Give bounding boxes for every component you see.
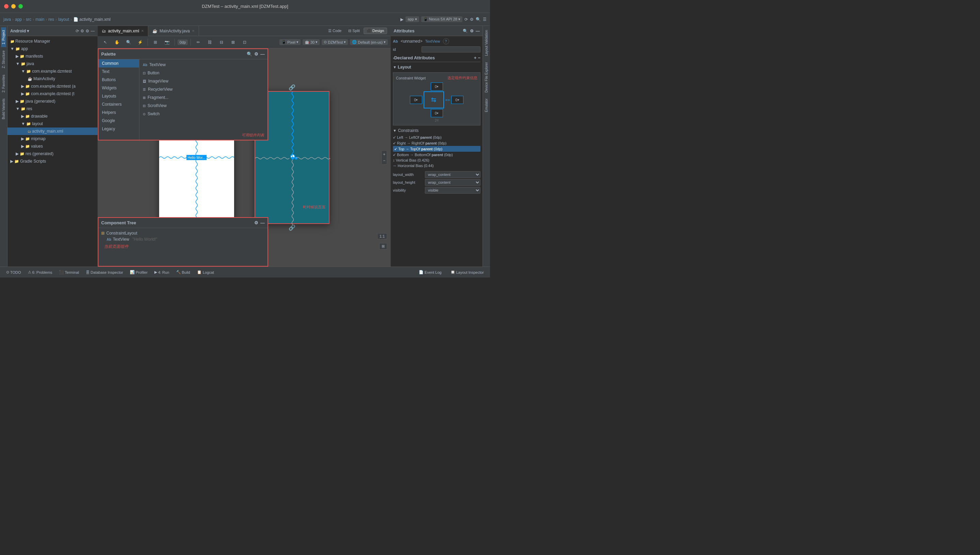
sync-icon[interactable]: ⟳ xyxy=(464,17,468,22)
left-tab-favorites[interactable]: 2: Favorites xyxy=(1,72,6,95)
guide-tool[interactable]: ⊡ xyxy=(240,37,249,47)
tree-res-gen[interactable]: ▶ 📁 res (generated) xyxy=(8,150,98,157)
tool-build[interactable]: 🔨 Build xyxy=(173,269,193,275)
ct-textview[interactable]: Ab TextView "Hello World!" xyxy=(107,236,265,242)
tree-drawable[interactable]: ▶ 📁 drawable xyxy=(8,112,98,120)
locale-selector[interactable]: 🌐 Default (en-us) ▾ xyxy=(350,39,388,45)
constraint-top[interactable]: ↙ Top → TopOf parent (0dp) xyxy=(393,146,480,152)
palette-cat-legacy[interactable]: Legacy xyxy=(99,125,139,133)
select-tool[interactable]: ↖ xyxy=(101,37,110,47)
right-tab-device-file[interactable]: Device File Explorer xyxy=(484,59,489,95)
app-display[interactable]: ⊙ DZMTest ▾ xyxy=(322,39,348,45)
visibility-select[interactable]: visible invisible gone xyxy=(425,187,480,194)
tool-run[interactable]: ▶ 4: Run xyxy=(152,269,172,275)
breadcrumb-src[interactable]: src xyxy=(26,17,31,22)
tool-problems[interactable]: ⚠ 6: Problems xyxy=(25,269,55,275)
tab-mainactivity[interactable]: ☕ MainActivity.java ✕ xyxy=(148,26,199,36)
tool-profiler[interactable]: 📊 Profiler xyxy=(127,269,150,275)
cw-left-dropdown-icon[interactable]: ▾ xyxy=(416,98,418,102)
palette-cat-layouts[interactable]: Layouts xyxy=(99,92,139,100)
layout-width-select[interactable]: wrap_content match_parent match_constrai… xyxy=(425,171,480,178)
add-attr-icon[interactable]: + xyxy=(474,55,477,60)
palette-cat-widgets[interactable]: Widgets xyxy=(99,84,139,92)
device-display[interactable]: 📱 Pixel ▾ xyxy=(280,39,301,45)
zoom-tool[interactable]: 🔍 xyxy=(124,37,133,47)
split-view-btn[interactable]: ⊟ Split xyxy=(345,27,363,34)
search-icon[interactable]: 🔍 xyxy=(476,17,481,22)
tree-gradle[interactable]: ▶ 📁 Gradle Scripts xyxy=(8,157,98,165)
right-tab-layout-validation[interactable]: Layout Validation xyxy=(484,27,489,59)
palette-button[interactable]: ⊡ Button xyxy=(139,69,267,77)
palette-settings-icon[interactable]: ⚙ xyxy=(254,51,258,56)
breadcrumb-java[interactable]: java xyxy=(3,17,11,22)
zoom-reset-button[interactable]: 1:1 xyxy=(377,233,387,239)
design-view-btn[interactable]: ⬛ Design xyxy=(364,27,387,34)
tab-activity-main[interactable]: 🗂 activity_main.xml ✕ xyxy=(98,26,148,36)
tab-close-icon[interactable]: ✕ xyxy=(141,29,144,33)
info-icon[interactable]: ? xyxy=(443,38,449,44)
tree-activity-main[interactable]: 🗂 activity_main.xml xyxy=(8,127,98,135)
api-selector[interactable]: 🤖 30 ▾ xyxy=(302,39,320,45)
constraint-right[interactable]: ↙ Right → RightOf parent (0dp) xyxy=(393,140,480,146)
sync-project-icon[interactable]: ⟳ xyxy=(76,29,79,34)
breadcrumb-layout[interactable]: layout xyxy=(58,17,69,22)
distribute-tool[interactable]: ⊠ xyxy=(228,37,238,47)
palette-textview[interactable]: Ab TextView xyxy=(139,61,267,69)
code-view-btn[interactable]: ☰ Code xyxy=(325,27,344,34)
attr-search-icon[interactable]: 🔍 xyxy=(463,29,468,34)
menu-icon[interactable]: ☰ xyxy=(483,17,487,22)
palette-fragment[interactable]: ⊞ Fragment... xyxy=(139,93,267,102)
tree-com-test[interactable]: ▶ 📁 com.example.dzmtest (t xyxy=(8,90,98,98)
device-selector[interactable]: 📱 Nexus 5X API 28 ▾ xyxy=(421,16,462,22)
app-selector[interactable]: app ▾ xyxy=(406,16,419,22)
tree-com-main[interactable]: ▼ 📁 com.example.dzmtest xyxy=(8,67,98,75)
tree-com-androidtest[interactable]: ▶ 📁 com.example.dzmtest (a xyxy=(8,82,98,90)
tree-java[interactable]: ▼ 📁 java xyxy=(8,60,98,67)
breadcrumb-res[interactable]: res xyxy=(48,17,54,22)
attr-minimize-icon[interactable]: — xyxy=(476,29,480,34)
tree-mainactivity[interactable]: ☕ MainActivity xyxy=(8,75,98,82)
tool-event-log[interactable]: 📄 Event Log xyxy=(416,269,444,275)
camera-tool[interactable]: 📷 xyxy=(162,37,172,47)
palette-switch[interactable]: ⊙ Switch xyxy=(139,110,267,118)
run-icon[interactable]: ▶ xyxy=(400,17,403,22)
palette-scrollview[interactable]: ⊟ ScrollView xyxy=(139,102,267,110)
zoom-out-icon[interactable]: − xyxy=(383,158,385,163)
tree-app[interactable]: ▼ 📁 app xyxy=(8,45,98,53)
palette-cat-helpers[interactable]: Helpers xyxy=(99,108,139,117)
palette-cat-buttons[interactable]: Buttons xyxy=(99,76,139,84)
maximize-button[interactable] xyxy=(18,4,23,8)
id-input[interactable] xyxy=(422,47,480,53)
tree-java-gen[interactable]: ▶ 📁 java (generated) xyxy=(8,98,98,105)
tree-layout[interactable]: ▼ 📁 layout xyxy=(8,120,98,127)
blueprint-tool[interactable]: ⊞ xyxy=(150,37,160,47)
ct-settings-icon[interactable]: ⚙ xyxy=(254,220,258,225)
palette-search-icon[interactable]: 🔍 xyxy=(247,51,252,56)
palette-cat-text[interactable]: Text xyxy=(99,67,139,76)
ct-minimize-icon[interactable]: — xyxy=(261,220,265,225)
tool-todo[interactable]: ⊙ TODO xyxy=(3,269,24,275)
right-tab-emulator[interactable]: Emulator xyxy=(484,96,489,115)
tool-terminal[interactable]: ⬛ Terminal xyxy=(56,269,82,275)
close-button[interactable] xyxy=(4,4,8,8)
palette-imageview[interactable]: 🖼 ImageView xyxy=(139,77,267,85)
settings-project-icon[interactable]: ⚙ xyxy=(80,29,84,34)
cw-right-dropdown-icon[interactable]: ▾ xyxy=(458,98,459,102)
tree-mipmap[interactable]: ▶ 📁 mipmap xyxy=(8,135,98,143)
tree-resource-manager[interactable]: 📁 Resource Manager xyxy=(8,37,98,45)
zoom-in-icon[interactable]: + xyxy=(383,152,385,157)
fit-button[interactable]: ⊞ xyxy=(379,243,387,250)
palette-cat-common[interactable]: Common xyxy=(99,59,139,67)
breadcrumb-app[interactable]: app xyxy=(15,17,22,22)
constraint-bottom[interactable]: ↙ Bottom → BottomOf parent (0dp) xyxy=(393,152,480,157)
pan-tool[interactable]: ✋ xyxy=(112,37,122,47)
tool-layout-inspector[interactable]: 🔲 Layout Inspector xyxy=(448,269,487,275)
chain-tool[interactable]: ⛓ xyxy=(205,37,215,47)
tree-res[interactable]: ▼ 📁 res xyxy=(8,105,98,112)
left-tab-build[interactable]: Build Variants xyxy=(1,96,6,122)
tree-values[interactable]: ▶ 📁 values xyxy=(8,143,98,150)
magnet-tool[interactable]: ⚡ xyxy=(135,37,145,47)
palette-cat-containers[interactable]: Containers xyxy=(99,100,139,108)
cw-top-dropdown-icon[interactable]: ▾ xyxy=(437,85,438,88)
palette-recyclerview[interactable]: ☰ RecyclerView xyxy=(139,85,267,93)
